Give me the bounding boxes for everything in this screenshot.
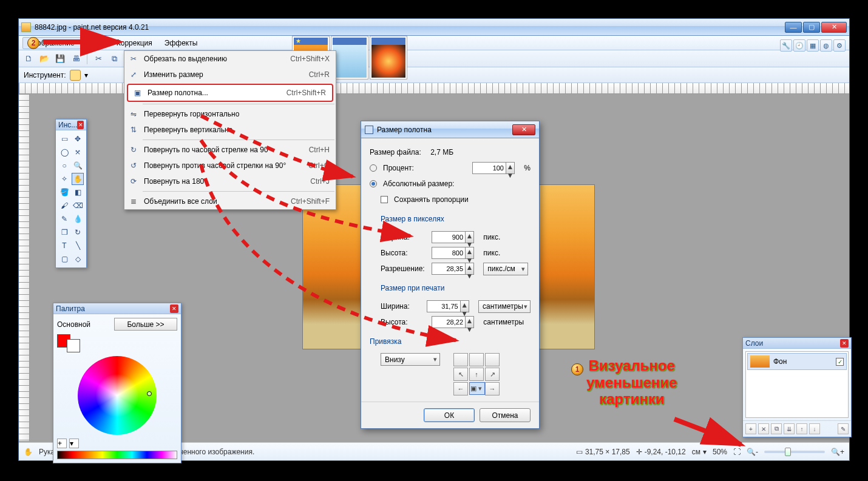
zoom-out-icon[interactable]: 🔍- [747, 448, 758, 456]
print-height-input[interactable] [432, 316, 466, 328]
clone-icon[interactable]: ❐ [58, 226, 70, 238]
anchor-c[interactable]: ↑ [469, 368, 484, 381]
palette-menu-icon[interactable]: ▾ [69, 439, 79, 448]
open-icon[interactable]: 📂 [38, 53, 50, 65]
dialog-titlebar[interactable]: Размер полотна ✕ [361, 121, 539, 138]
image-thumb-2[interactable] [331, 36, 368, 79]
status-unit[interactable]: см ▾ [692, 448, 707, 456]
pan-icon[interactable]: ✋ [72, 173, 84, 185]
layers-palette[interactable]: Слои✕ Фон ✓ + ✕ ⧉ ⇊ ↑ ↓ ✎ [742, 337, 852, 437]
menu-resize[interactable]: ⤢Изменить размерCtrl+R [124, 67, 336, 82]
anchor-bl[interactable]: ← [453, 382, 468, 395]
menu-canvas-size[interactable]: ▣Размер полотна...Ctrl+Shift+R [127, 84, 333, 102]
print-height-spinner[interactable]: ▲▼ [466, 316, 474, 328]
absolute-radio[interactable] [370, 180, 377, 187]
color-wheel[interactable] [78, 356, 157, 435]
layers-close-icon[interactable]: ✕ [840, 339, 849, 348]
brush-icon[interactable]: 🖌 [58, 200, 70, 212]
color-strip[interactable] [57, 451, 177, 459]
cut-icon[interactable]: ✂ [92, 53, 104, 65]
tools-toggle-icon[interactable]: 🔧 [780, 39, 792, 52]
move-icon[interactable]: ✥ [72, 133, 84, 145]
menu-flatten[interactable]: ≣Объединить все слоиCtrl+Shift+F [124, 193, 336, 209]
layer-dup-icon[interactable]: ⧉ [771, 423, 782, 434]
res-unit-select[interactable]: пикс./см [483, 263, 528, 275]
pencil-icon[interactable]: ✎ [58, 213, 70, 225]
lasso-icon[interactable]: ◯ [58, 146, 70, 158]
menu-effects[interactable]: Эффекты [158, 37, 204, 49]
anchor-tl[interactable] [453, 353, 468, 366]
width-input[interactable] [432, 231, 466, 243]
status-zoom[interactable]: 50% [713, 448, 727, 456]
colors-toggle-icon[interactable]: ◍ [820, 39, 832, 52]
picker-icon[interactable]: 💧 [72, 213, 84, 225]
color-mode-select[interactable]: Основной [57, 320, 110, 329]
color-swatches[interactable] [57, 334, 177, 352]
fit-icon[interactable]: ⛶ [733, 448, 741, 456]
percent-radio[interactable] [370, 164, 377, 172]
layer-del-icon[interactable]: ✕ [758, 423, 769, 434]
menu-layers[interactable]: Слои [81, 37, 110, 49]
layer-down-icon[interactable]: ↓ [809, 423, 820, 434]
settings-icon[interactable]: ⚙ [833, 39, 846, 52]
anchor-select[interactable]: Внизу [381, 353, 440, 366]
recolor-icon[interactable]: ↻ [72, 226, 84, 238]
shape-icon[interactable]: ◇ [72, 253, 84, 265]
magic-wand-icon[interactable]: ✧ [58, 173, 70, 185]
rect-select-icon[interactable]: ▭ [58, 133, 70, 145]
layer-add-icon[interactable]: + [745, 423, 756, 434]
layer-up-icon[interactable]: ↑ [796, 423, 807, 434]
zoom-icon[interactable]: 🔍 [72, 160, 84, 172]
menu-flip-h[interactable]: ⇋Перевернуть горизонтально [124, 106, 336, 122]
ellipse-sel-icon[interactable]: ○ [58, 160, 70, 172]
gradient-icon[interactable]: ◧ [72, 186, 84, 198]
colors-palette[interactable]: Палитра✕ Основной Больше >> + ▾ [53, 303, 181, 463]
anchor-br[interactable]: → [485, 382, 500, 395]
zoom-in-icon[interactable]: 🔍+ [831, 448, 844, 456]
tool-dropdown-icon[interactable]: ▾ [84, 71, 88, 79]
anchor-b[interactable]: ▣ [469, 382, 485, 395]
layer-props-icon[interactable]: ✎ [838, 423, 849, 434]
line-icon[interactable]: ╲ [72, 240, 84, 252]
menu-flip-v[interactable]: ⇅Перевернуть вертикально [124, 122, 336, 138]
maximize-button[interactable]: ▢ [803, 22, 820, 33]
zoom-slider[interactable] [764, 451, 825, 453]
save-icon[interactable]: 💾 [54, 53, 66, 65]
cancel-button[interactable]: Отмена [480, 408, 531, 422]
anchor-r[interactable]: ↗ [485, 368, 500, 381]
layer-merge-icon[interactable]: ⇊ [784, 423, 795, 434]
tools-palette[interactable]: Инс...✕ ▭ ✥ ◯ ⤧ ○ 🔍 ✧ ✋ 🪣 ◧ 🖌 ⌫ ✎ 💧 ❐ ↻ … [55, 119, 87, 268]
percent-input[interactable] [472, 162, 506, 174]
titlebar[interactable]: 88842.jpg - paint.net версия 4.0.21 — ▢ … [19, 19, 849, 36]
layer-item[interactable]: Фон ✓ [747, 353, 847, 370]
layers-toggle-icon[interactable]: ▦ [807, 39, 819, 52]
menu-rot-cw[interactable]: ↻Повернуть по часовой стрелке на 90°Ctrl… [124, 142, 336, 158]
height-input[interactable] [432, 247, 466, 259]
resolution-input[interactable] [432, 263, 466, 275]
print-width-input[interactable] [427, 300, 461, 312]
menu-rot-ccw[interactable]: ↺Повернуть против часовой стрелки на 90°… [124, 158, 336, 173]
add-color-icon[interactable]: + [57, 439, 67, 448]
canvas-size-dialog[interactable]: Размер полотна ✕ Размер файла: 2,7 МБ Пр… [361, 121, 540, 429]
menu-rot-180[interactable]: ⟳Повернуть на 180°Ctrl+J [124, 173, 336, 189]
close-button[interactable]: ✕ [821, 22, 847, 33]
anchor-l[interactable]: ↖ [453, 368, 468, 381]
move-sel-icon[interactable]: ⤧ [72, 146, 84, 158]
menu-crop[interactable]: ✂Обрезать по выделениюCtrl+Shift+X [124, 51, 336, 67]
keep-ratio-checkbox[interactable] [381, 196, 388, 203]
print-unit-select[interactable]: сантиметры [478, 300, 531, 313]
new-icon[interactable]: 🗋 [22, 53, 35, 65]
dialog-close-button[interactable]: ✕ [512, 124, 535, 135]
tools-close-icon[interactable]: ✕ [77, 121, 84, 129]
image-thumb-3[interactable] [370, 36, 407, 79]
height-spinner[interactable]: ▲▼ [466, 247, 474, 259]
layer-visible-checkbox[interactable]: ✓ [836, 358, 844, 366]
fill-icon[interactable]: 🪣 [58, 186, 70, 198]
eraser-icon[interactable]: ⌫ [72, 200, 84, 212]
print-icon[interactable]: 🖶 [70, 53, 82, 65]
hand-tool-icon[interactable] [70, 70, 81, 81]
percent-spinner[interactable]: ▲▼ [506, 162, 515, 174]
ok-button[interactable]: ОК [424, 408, 475, 422]
anchor-grid[interactable]: ↖↑↗ ←▣→ [453, 353, 500, 395]
width-spinner[interactable]: ▲▼ [466, 231, 474, 243]
